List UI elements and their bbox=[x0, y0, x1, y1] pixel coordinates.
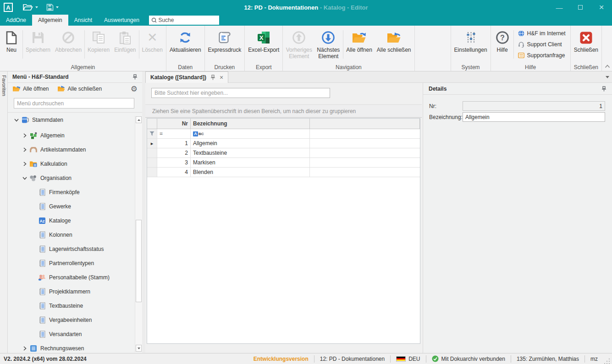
maximize-button[interactable] bbox=[570, 0, 591, 15]
sidebar-item-partnerrollentypen[interactable]: Partnerrollentypen bbox=[8, 256, 134, 270]
sidebar-item-projektklammern[interactable]: Projektklammern bbox=[8, 284, 134, 299]
next-element-button[interactable]: Nächstes Element bbox=[314, 27, 342, 62]
sidebar-item-rechnungswesen[interactable]: Rechnungswesen bbox=[8, 341, 134, 353]
scroll-down-button[interactable] bbox=[136, 345, 142, 352]
tree-scrollbar[interactable] bbox=[135, 116, 142, 352]
copy-button: Kopieren bbox=[85, 27, 112, 62]
pin-icon[interactable] bbox=[601, 86, 606, 92]
grid-search-input[interactable] bbox=[151, 88, 330, 98]
express-print-button[interactable]: Expressdruck bbox=[206, 27, 244, 62]
tab-ansicht[interactable]: Ansicht bbox=[68, 15, 98, 26]
menu-search-input[interactable] bbox=[14, 98, 134, 109]
column-header-bezeichnung[interactable]: Bezeichnung bbox=[191, 119, 310, 129]
funnel-icon bbox=[149, 131, 155, 136]
globe-icon bbox=[518, 30, 524, 37]
sidebar-item-allgemein[interactable]: Allgemein bbox=[8, 128, 134, 142]
sidebar-item-textbausteine[interactable]: Textbausteine bbox=[8, 299, 134, 313]
modules-icon bbox=[28, 132, 38, 139]
chevron-down-icon[interactable] bbox=[12, 118, 20, 122]
ribbon-group-navigation: Vorheriges Element Nächstes Element Alle… bbox=[283, 26, 414, 71]
group-by-panel[interactable]: Ziehen Sie eine Spaltenüberschrift in di… bbox=[145, 104, 422, 118]
sidebar-item-versandarten[interactable]: Versandarten bbox=[8, 327, 134, 341]
sidebar-item-lagerwirtschaftsstatus[interactable]: Lagerwirtschaftsstatus bbox=[8, 242, 134, 256]
pin-icon[interactable] bbox=[210, 75, 215, 80]
chevron-right-icon[interactable] bbox=[21, 346, 28, 351]
scrollbar-thumb[interactable] bbox=[136, 220, 142, 302]
resize-grip[interactable] bbox=[604, 358, 611, 364]
close-button[interactable]: × bbox=[591, 0, 612, 15]
sidebar-item-personaltabelle[interactable]: Personaltabelle (Stamm) bbox=[8, 270, 134, 284]
table-row[interactable]: 2 Textbausteine bbox=[147, 148, 420, 158]
workspace: Favoriten Menü - H&F-Standard Alle öffne… bbox=[0, 71, 612, 353]
ribbon-collapse-button[interactable] bbox=[605, 65, 610, 68]
close-all-button[interactable]: Alle schließen bbox=[375, 27, 414, 62]
list-icon bbox=[37, 331, 47, 338]
sidebar-item-organisation[interactable]: Organisation bbox=[8, 171, 134, 185]
tab-allgemein[interactable]: Allgemein bbox=[32, 15, 68, 26]
sidebar-close-all-button[interactable]: Alle schließen bbox=[57, 86, 102, 92]
pin-icon[interactable] bbox=[132, 74, 138, 80]
save-menu-button[interactable] bbox=[44, 2, 61, 12]
ribbon-search-input[interactable] bbox=[158, 17, 216, 23]
row-indicator: ▸ bbox=[147, 139, 157, 148]
column-header-nr[interactable]: Nr bbox=[157, 119, 191, 129]
refresh-button[interactable]: Aktualisieren bbox=[167, 27, 204, 62]
organisation-icon bbox=[28, 175, 38, 181]
sidebar-item-firmenkoepfe[interactable]: Firmenköpfe bbox=[8, 185, 134, 199]
open-menu-button[interactable] bbox=[20, 2, 41, 12]
tab-addone[interactable]: AddOne bbox=[0, 15, 32, 26]
sidebar-item-kalkulation[interactable]: Kalkulation bbox=[8, 157, 134, 171]
ribbon-group-drucken: Expressdruck Drucken bbox=[205, 26, 245, 71]
chevron-right-icon[interactable] bbox=[21, 162, 28, 166]
folder-calculator-icon bbox=[28, 161, 38, 167]
excel-export-button[interactable]: X Excel-Export bbox=[246, 27, 281, 62]
new-button[interactable]: Neu bbox=[1, 27, 22, 62]
list-icon bbox=[37, 189, 47, 196]
minimize-button[interactable]: — bbox=[549, 0, 570, 15]
bezeichnung-field[interactable] bbox=[463, 112, 605, 122]
sidebar-item-vergabeeinheiten[interactable]: Vergabeeinheiten bbox=[8, 313, 134, 327]
table-row[interactable]: ▸ 1 Allgemein bbox=[147, 139, 420, 148]
table-row[interactable]: 4 Blenden bbox=[147, 168, 420, 177]
sidebar-splitter[interactable] bbox=[142, 71, 145, 353]
cancel-icon bbox=[62, 29, 75, 46]
tab-close-icon[interactable]: × bbox=[220, 75, 223, 80]
status-language[interactable]: DEU bbox=[390, 355, 425, 363]
support-request-button[interactable]: Supportanfrage bbox=[516, 50, 568, 60]
chevron-down-icon[interactable] bbox=[21, 176, 28, 180]
help-button[interactable]: ? Hilfe bbox=[492, 27, 513, 62]
tab-favoriten[interactable]: Favoriten bbox=[0, 75, 7, 96]
scroll-up-button[interactable] bbox=[136, 116, 142, 123]
status-bar: V2. 2024.2 (x64) vom 28.02.2024 Entwickl… bbox=[0, 353, 612, 364]
tabstrip-dropdown-icon[interactable] bbox=[606, 76, 609, 78]
filter-cell-nr[interactable]: = bbox=[157, 129, 191, 138]
tab-kataloge[interactable]: Kataloge ([Standard]) × bbox=[145, 71, 228, 83]
sidebar-item-kataloge[interactable]: Az Kataloge bbox=[8, 213, 134, 228]
settings-button[interactable]: Einstellungen bbox=[452, 27, 490, 62]
gear-icon[interactable]: ⚙ bbox=[131, 85, 138, 93]
hf-internet-button[interactable]: H&F im Internet bbox=[516, 28, 568, 38]
open-all-button[interactable]: Alle öffnen bbox=[344, 27, 375, 62]
paste-button: Einfügen bbox=[112, 27, 138, 62]
app-logo-icon[interactable]: A bbox=[4, 3, 13, 12]
support-form-icon bbox=[518, 53, 524, 58]
column-header-empty bbox=[310, 119, 420, 129]
sidebar-search-area bbox=[8, 95, 142, 113]
ribbon-group-caption: Schließen bbox=[571, 64, 601, 71]
filter-cell-bezeichnung[interactable]: ABC bbox=[191, 129, 310, 138]
close-editor-button[interactable]: Schließen bbox=[572, 27, 601, 62]
table-row[interactable]: 3 Markisen bbox=[147, 158, 420, 168]
ribbon-group-daten: Aktualisieren Daten bbox=[166, 26, 205, 71]
sidebar-open-all-button[interactable]: Alle öffnen bbox=[12, 86, 49, 92]
sidebar-title: Menü - H&F-Standard bbox=[12, 74, 69, 80]
sidebar-item-kolonnen[interactable]: Kolonnen bbox=[8, 228, 134, 242]
tab-auswertungen[interactable]: Auswertungen bbox=[98, 15, 145, 26]
sidebar-item-stammdaten[interactable]: Stammdaten bbox=[8, 113, 134, 127]
sidebar-item-gewerke[interactable]: Gewerke bbox=[8, 199, 134, 213]
chevron-right-icon[interactable] bbox=[21, 133, 28, 138]
support-client-button[interactable]: Support Client bbox=[516, 39, 568, 49]
chevron-right-icon[interactable] bbox=[21, 147, 28, 152]
favorites-strip: Favoriten bbox=[0, 71, 8, 353]
details-header: Details bbox=[423, 83, 612, 95]
sidebar-item-artikelstammdaten[interactable]: Artikelstammdaten bbox=[8, 142, 134, 157]
